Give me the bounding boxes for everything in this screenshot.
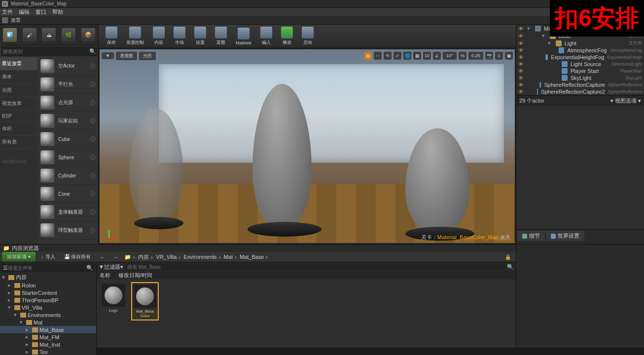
cb-filter-button[interactable]: ▼过滤器▾ bbox=[99, 263, 123, 271]
outliner-item[interactable]: 👁SphereReflectionCaptureSphereReflection bbox=[516, 81, 644, 88]
vp-snap-angle-icon[interactable]: ∠ bbox=[433, 52, 441, 60]
vp-translate-icon[interactable]: ↔ bbox=[374, 52, 382, 60]
crumb-item[interactable]: 内容 bbox=[138, 253, 149, 261]
place-item[interactable]: 盒体触发器i bbox=[37, 203, 98, 221]
cb-back-button[interactable]: ← bbox=[97, 253, 107, 261]
vp-camspeed-icon[interactable]: 📷 bbox=[485, 52, 493, 60]
vp-viewmode[interactable]: 透视图 bbox=[116, 52, 137, 60]
tree-node[interactable]: ▸ThirdPersonBP bbox=[0, 296, 96, 304]
vp-maximize-icon[interactable]: ▣ bbox=[505, 52, 513, 60]
visibility-icon[interactable]: 👁 bbox=[518, 89, 524, 95]
visibility-icon[interactable]: 👁 bbox=[518, 68, 524, 74]
tree-node[interactable]: ▾内容 bbox=[0, 273, 96, 282]
visibility-icon[interactable]: 👁 bbox=[518, 26, 524, 32]
toolbar-设置[interactable]: 设置 bbox=[190, 26, 210, 47]
vp-snap-angle-value[interactable]: 10° bbox=[443, 52, 457, 60]
info-icon[interactable]: i bbox=[90, 100, 95, 105]
toolbar-Matinee[interactable]: Matinee bbox=[232, 26, 255, 47]
cat-basic[interactable]: 基本 bbox=[0, 71, 37, 84]
vp-snap-grid-value[interactable]: 10 bbox=[423, 52, 431, 60]
cb-tree-search-input[interactable] bbox=[8, 265, 86, 271]
visibility-icon[interactable]: 👁 bbox=[518, 61, 524, 67]
info-icon[interactable]: i bbox=[90, 228, 95, 233]
place-item[interactable]: 空Actori bbox=[37, 57, 98, 75]
cat-lights[interactable]: 光照 bbox=[0, 84, 37, 97]
info-icon[interactable]: i bbox=[90, 64, 95, 69]
toolbar-启动[interactable]: 启动 bbox=[298, 26, 318, 47]
vp-scale-icon[interactable]: ⤢ bbox=[394, 52, 401, 60]
place-search[interactable]: 🔍 bbox=[1, 46, 97, 56]
cb-asset-search-input[interactable] bbox=[125, 263, 505, 271]
toolbar-播放[interactable]: 播放 bbox=[277, 26, 297, 47]
info-icon[interactable]: i bbox=[90, 210, 95, 214]
cb-tree-search[interactable]: ☰ 🔍 bbox=[1, 263, 95, 272]
vp-lit[interactable]: 光照 bbox=[139, 52, 156, 60]
vp-dropdown[interactable]: ▼ bbox=[102, 52, 114, 59]
cat-all[interactable]: 所有类 bbox=[0, 136, 37, 149]
outliner-item[interactable]: 👁SkyLightSkyLight bbox=[516, 74, 644, 81]
toolbar-资源控制[interactable]: 资源控制 bbox=[122, 26, 148, 47]
tree-node[interactable]: ▾VR_Villa bbox=[0, 304, 96, 311]
mode-paint-icon[interactable]: 🖌 bbox=[23, 28, 36, 42]
tree-node[interactable]: ▸Tex bbox=[0, 348, 96, 355]
asset-item[interactable]: Logo bbox=[100, 282, 127, 314]
cb-col-date[interactable]: 修改日期/时间 bbox=[118, 272, 152, 279]
place-item[interactable]: 球型触发器i bbox=[37, 221, 98, 240]
info-icon[interactable]: i bbox=[90, 155, 95, 160]
place-item[interactable]: Spherei bbox=[37, 148, 98, 167]
toolbar-保存[interactable]: 保存 bbox=[102, 26, 121, 47]
cb-saveall-button[interactable]: 💾 保存所有 bbox=[61, 252, 94, 262]
place-item[interactable]: Cubei bbox=[37, 130, 98, 148]
crumb-item[interactable]: Mat bbox=[224, 254, 233, 260]
info-icon[interactable]: i bbox=[90, 191, 95, 196]
place-mode-icon[interactable] bbox=[2, 17, 8, 23]
outliner-item[interactable]: 👁ExponentialHeightFogExponentialHeigh bbox=[516, 54, 644, 61]
visibility-icon[interactable]: 👁 bbox=[518, 75, 524, 81]
vp-camspeed-value[interactable]: 1 bbox=[495, 52, 503, 60]
crumb-item[interactable]: Environments bbox=[183, 254, 216, 260]
info-icon[interactable]: i bbox=[90, 82, 95, 87]
menu-file[interactable]: 文件 bbox=[2, 8, 13, 16]
tree-node[interactable]: ▸Mat_FM bbox=[0, 333, 96, 341]
tree-node[interactable]: ▾Mat bbox=[0, 319, 96, 326]
tree-node[interactable]: ▸Mat_Inst bbox=[0, 341, 96, 348]
vp-snap-scale-value[interactable]: 0.25 bbox=[468, 52, 483, 60]
outliner-item[interactable]: 👁AtmosphericFogAtmosphericFog bbox=[516, 47, 644, 54]
toolbar-市场[interactable]: 市场 bbox=[170, 26, 189, 47]
toolbar-内容[interactable]: 内容 bbox=[149, 26, 169, 47]
viewport[interactable]: ▼ 透视图 光照 ▦ ↔ ⟲ ⤢ 🌐 ▦ 10 ∠ 10° % 0.25 📷 1… bbox=[100, 49, 515, 243]
visibility-icon[interactable]: 👁 bbox=[518, 47, 524, 53]
vp-snap-scale-icon[interactable]: % bbox=[459, 52, 466, 60]
outliner-view-options[interactable]: ▾ 视图选项 ▾ bbox=[610, 97, 641, 105]
cat-visual[interactable]: 视觉效果 bbox=[0, 97, 37, 110]
mode-foliage-icon[interactable]: 🌿 bbox=[62, 28, 75, 42]
info-icon[interactable]: i bbox=[90, 173, 95, 178]
crumb-item[interactable]: VR_Villa bbox=[156, 254, 177, 260]
cb-forward-button[interactable]: → bbox=[110, 253, 121, 261]
vp-coord-icon[interactable]: 🌐 bbox=[403, 52, 411, 60]
cb-import-button[interactable]: ↓ 导入 bbox=[38, 252, 58, 262]
visibility-icon[interactable]: 👁 bbox=[518, 33, 524, 39]
mode-landscape-icon[interactable]: ⛰ bbox=[42, 28, 56, 42]
visibility-icon[interactable]: 👁 bbox=[518, 82, 524, 88]
tree-node[interactable]: ▸Rolon bbox=[0, 282, 96, 289]
outliner-item[interactable]: 👁Player StartPlayerStart bbox=[516, 68, 644, 74]
tree-node[interactable]: ▸Mat_Base bbox=[0, 326, 96, 333]
place-item[interactable]: Cylinderi bbox=[37, 167, 98, 185]
vp-select-icon[interactable]: ▦ bbox=[364, 52, 372, 60]
tree-node[interactable]: ▾Environments bbox=[0, 311, 96, 319]
cat-bsp[interactable]: BSP bbox=[0, 110, 37, 122]
menu-edit[interactable]: 编辑 bbox=[19, 8, 30, 16]
menu-window[interactable]: 窗口 bbox=[36, 8, 46, 16]
tree-node[interactable]: ▸StarterContent bbox=[0, 289, 96, 296]
mode-geometry-icon[interactable]: 📦 bbox=[81, 28, 95, 42]
place-item[interactable]: 点光源i bbox=[37, 94, 98, 112]
visibility-icon[interactable]: 👁 bbox=[518, 54, 524, 60]
viewport-level-link[interactable]: Material_BaseColor_Map bbox=[437, 234, 499, 240]
visibility-icon[interactable]: 👁 bbox=[518, 40, 524, 46]
place-item[interactable]: 平行光i bbox=[37, 75, 98, 94]
place-item[interactable]: Conei bbox=[37, 185, 98, 203]
toolbar-蓝图[interactable]: 蓝图 bbox=[211, 26, 231, 47]
cat-recent[interactable]: 最近放置 bbox=[0, 57, 37, 71]
cb-lock-icon[interactable]: 🔓 bbox=[502, 253, 514, 261]
